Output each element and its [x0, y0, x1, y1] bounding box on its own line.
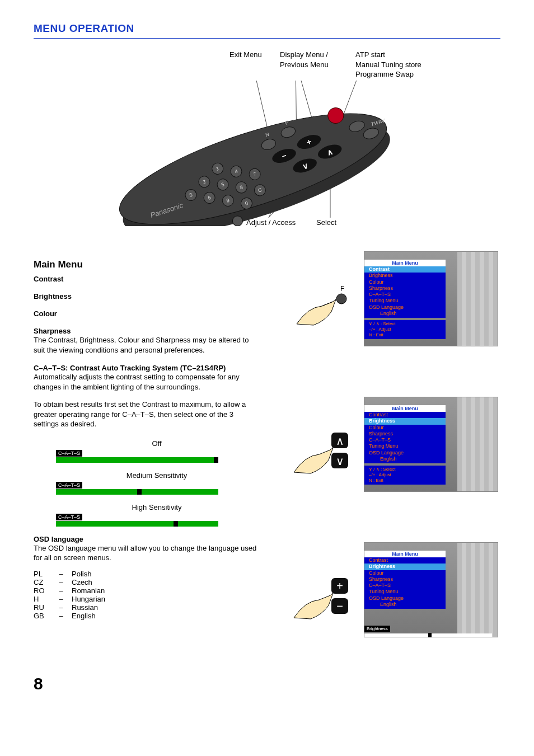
cats-label-high: High Sensitivity — [56, 503, 257, 511]
osd-title: Main Menu — [364, 551, 446, 557]
svg-text:+: + — [336, 580, 343, 592]
cats-p2: To obtain best results first set the Con… — [34, 400, 257, 429]
menu-item-colour: Colour — [34, 309, 257, 318]
svg-text:∧: ∧ — [336, 435, 344, 447]
callout-exit-menu: Exit Menu — [229, 50, 262, 60]
f-key-label: F — [340, 285, 344, 293]
cats-tag: C–A–T–S — [56, 450, 82, 457]
svg-text:−: − — [336, 600, 343, 612]
hand-press-f-icon: F — [291, 285, 353, 335]
cats-settings-diagram: Off C–A–T–S Medium Sensitivity C–A–T–S H… — [56, 439, 257, 524]
cats-label-med: Medium Sensitivity — [56, 471, 257, 480]
menu-item-sharpness: Sharpness — [34, 327, 257, 335]
language-table: PL–Polish CZ–Czech RO–Romanian H–Hungari… — [34, 570, 257, 620]
page-number: 8 — [34, 674, 43, 693]
menu-item-contrast: Contrast — [34, 275, 257, 283]
cats-tag: C–A–T–S — [56, 482, 82, 489]
remote-diagram: Exit Menu Display Menu / Previous Menu A… — [34, 50, 500, 257]
left-column: Main Menu Contrast Brightness Colour Sha… — [34, 257, 257, 688]
cats-title: C–A–T–S: Contrast Auto Tracking System (… — [34, 364, 257, 372]
osd-title: Main Menu — [364, 405, 446, 412]
osd-title: Main Menu — [364, 260, 446, 266]
osd-screenshot-1: Main Menu Contrast Brightness Colour Sha… — [364, 251, 498, 346]
menu-item-brightness: Brightness — [34, 292, 257, 300]
right-column: F Main Menu Contrast Brightness Colour S… — [274, 257, 500, 688]
brightness-bar-label: Brightness — [364, 626, 390, 632]
remote-control-illustration: − + ∨ ∧ Panasonic VCR TV/AV N F 321 654 … — [106, 81, 409, 226]
hand-press-updown-icon: ∧ ∨ — [291, 430, 353, 481]
cats-label-off: Off — [56, 439, 257, 448]
callout-atp: ATP start Manual Tuning store Programme … — [355, 50, 421, 79]
svg-line-0 — [252, 81, 269, 134]
osd-lang-title: OSD language — [34, 535, 257, 543]
page-title: MENU OPERATION — [34, 22, 500, 39]
cats-p1: Automatically adjusts the contrast setti… — [34, 372, 257, 392]
osd-screenshot-3: Main Menu Contrast Brightness Colour Sha… — [364, 542, 498, 637]
callout-display-prev: Display Menu / Previous Menu — [280, 50, 329, 69]
osd-lang-desc: The OSD language menu will allow you to … — [34, 543, 257, 563]
svg-point-50 — [336, 294, 346, 304]
svg-line-3 — [343, 81, 364, 117]
hand-press-plusminus-icon: + − — [291, 576, 353, 626]
main-menu-heading: Main Menu — [34, 259, 257, 270]
osd-screenshot-2: Main Menu Contrast Brightness Colour Sha… — [364, 397, 498, 492]
cats-tag: C–A–T–S — [56, 514, 82, 520]
svg-text:∨: ∨ — [336, 455, 344, 467]
svg-point-8 — [109, 91, 397, 226]
sharpness-desc: The Contrast, Brightness, Colour and Sha… — [34, 335, 257, 355]
